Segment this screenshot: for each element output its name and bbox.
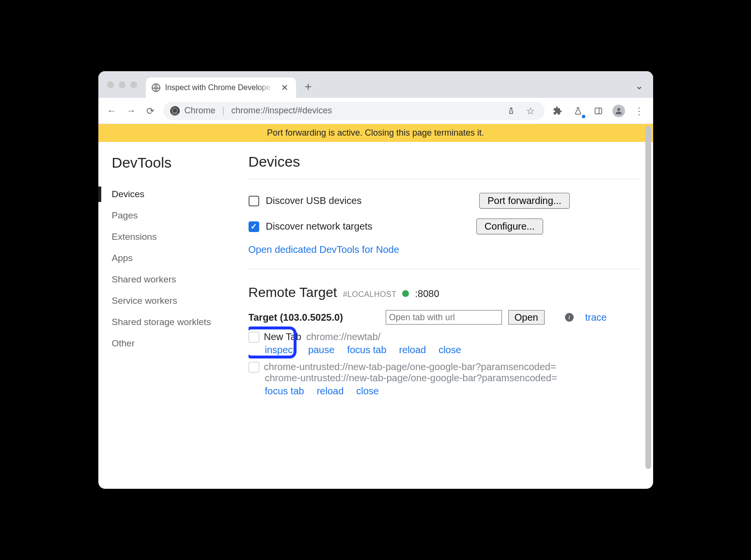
reload-button[interactable]: ⟳ — [144, 104, 157, 118]
tab-title: Inspect with Chrome Develope — [165, 83, 274, 92]
entry-checkbox[interactable] — [249, 332, 259, 342]
discover-network-label: Discover network targets — [266, 221, 373, 232]
page: Port forwarding is active. Closing this … — [98, 124, 653, 489]
action-reload[interactable]: reload — [399, 344, 426, 356]
page-heading: Devices — [249, 154, 640, 170]
status-dot-icon — [402, 290, 409, 297]
sidebar: DevTools DevicesPagesExtensionsAppsShare… — [98, 142, 249, 489]
action-pause[interactable]: pause — [308, 344, 335, 356]
entry-title: New Tab — [264, 331, 301, 342]
browser-window: Inspect with Chrome Develope ✕ ＋ ⌄ ← → ⟳… — [98, 71, 653, 489]
sidebar-title: DevTools — [112, 155, 249, 171]
target-entry: New Tabchrome://newtab/inspectpausefocus… — [249, 329, 640, 359]
window-controls[interactable] — [103, 81, 146, 88]
target-entry: chrome-untrusted://new-tab-page/one-goog… — [249, 359, 640, 401]
discover-section: Discover USB devices Port forwarding... … — [249, 179, 640, 269]
discover-usb-row: Discover USB devices Port forwarding... — [249, 188, 640, 214]
side-panel-icon[interactable] — [591, 104, 606, 118]
remote-title: Remote Target — [249, 285, 337, 300]
new-tab-button[interactable]: ＋ — [300, 78, 316, 94]
port-forwarding-button[interactable]: Port forwarding... — [479, 193, 569, 209]
forward-button[interactable]: → — [125, 104, 138, 118]
discover-usb-checkbox[interactable] — [249, 196, 259, 206]
maximize-window-icon[interactable] — [130, 81, 137, 88]
content: DevTools DevicesPagesExtensionsAppsShare… — [98, 142, 653, 489]
extensions-icon[interactable] — [550, 104, 565, 118]
action-focus-tab[interactable]: focus tab — [265, 386, 304, 397]
address-bar[interactable]: Chrome | chrome://inspect/#devices ☆ — [163, 102, 545, 120]
remote-port: :8080 — [415, 288, 439, 299]
entry-checkbox[interactable] — [249, 362, 259, 373]
sidebar-item-pages[interactable]: Pages — [112, 205, 249, 226]
open-tab-url-input[interactable] — [386, 310, 502, 325]
entry-url-full: chrome-untrusted://new-tab-page/one-goog… — [249, 373, 640, 384]
entry-url: chrome://newtab/ — [306, 331, 380, 342]
chrome-icon — [170, 106, 180, 116]
browser-tab[interactable]: Inspect with Chrome Develope ✕ — [146, 78, 296, 98]
remote-target-heading: Remote Target #LOCALHOST :8080 — [249, 278, 640, 303]
main-panel: Devices Discover USB devices Port forwar… — [249, 142, 653, 489]
action-focus-tab[interactable]: focus tab — [347, 344, 386, 356]
trace-link[interactable]: trace — [585, 312, 607, 323]
svg-rect-0 — [595, 108, 602, 114]
url-divider: | — [220, 106, 227, 116]
sidebar-item-other[interactable]: Other — [112, 333, 249, 354]
sidebar-item-apps[interactable]: Apps — [112, 248, 249, 269]
open-button[interactable]: Open — [508, 310, 545, 325]
discover-usb-label: Discover USB devices — [266, 195, 362, 206]
url-text: chrome://inspect/#devices — [231, 106, 332, 116]
minimize-window-icon[interactable] — [119, 81, 125, 88]
sidebar-item-shared-workers[interactable]: Shared workers — [112, 269, 249, 290]
share-icon[interactable] — [504, 104, 518, 118]
profile-avatar[interactable] — [611, 104, 626, 118]
tab-strip: Inspect with Chrome Develope ✕ ＋ ⌄ — [98, 71, 653, 98]
info-icon[interactable]: i — [565, 313, 574, 322]
kebab-menu-icon[interactable]: ⋮ — [632, 104, 646, 118]
discover-net-row: Discover network targets Configure... — [249, 214, 640, 239]
toolbar: ← → ⟳ Chrome | chrome://inspect/#devices… — [98, 98, 653, 124]
scrollbar[interactable] — [645, 126, 651, 469]
url-scheme: Chrome — [185, 106, 216, 116]
target-label: Target (103.0.5025.0) — [249, 312, 343, 323]
labs-icon[interactable] — [571, 104, 585, 118]
sidebar-item-service-workers[interactable]: Service workers — [112, 290, 249, 311]
action-close[interactable]: close — [356, 386, 379, 397]
close-tab-icon[interactable]: ✕ — [279, 82, 290, 93]
bookmark-star-icon[interactable]: ☆ — [523, 104, 538, 118]
action-close[interactable]: close — [438, 344, 461, 356]
sidebar-item-shared-storage-worklets[interactable]: Shared storage worklets — [112, 311, 249, 333]
target-row: Target (103.0.5025.0) Open i trace — [249, 303, 640, 329]
action-inspect[interactable]: inspect — [265, 344, 296, 356]
remote-tag: #LOCALHOST — [343, 290, 397, 299]
close-window-icon[interactable] — [107, 81, 114, 88]
entry-url: chrome-untrusted://new-tab-page/one-goog… — [264, 361, 556, 373]
action-reload[interactable]: reload — [317, 386, 344, 397]
globe-icon — [152, 83, 160, 92]
node-devtools-link[interactable]: Open dedicated DevTools for Node — [249, 244, 399, 255]
chevron-down-icon[interactable]: ⌄ — [635, 80, 648, 92]
sidebar-item-devices[interactable]: Devices — [112, 184, 249, 205]
configure-button[interactable]: Configure... — [476, 218, 543, 234]
sidebar-item-extensions[interactable]: Extensions — [112, 226, 249, 248]
remote-target-section: Remote Target #LOCALHOST :8080 Target (1… — [249, 269, 640, 409]
discover-network-checkbox[interactable] — [249, 221, 259, 232]
back-button[interactable]: ← — [105, 104, 119, 118]
port-forwarding-banner: Port forwarding is active. Closing this … — [98, 124, 653, 142]
